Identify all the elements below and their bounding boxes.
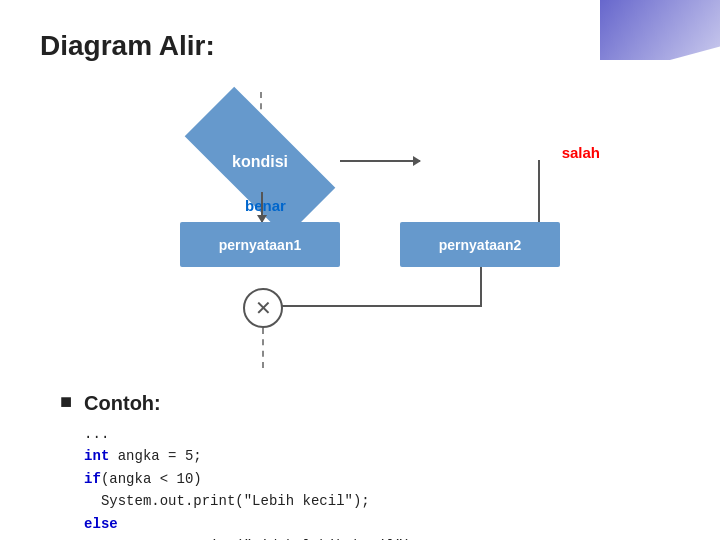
kondisi-label: kondisi <box>232 153 288 171</box>
benar-label: benar <box>245 197 286 214</box>
code-line-3: if(angka < 10) <box>84 471 202 487</box>
flowchart: kondisi salah benar pernyataan1 pernyata… <box>100 92 600 372</box>
example-content: Contoh: ... int angka = 5; if(angka < 10… <box>84 392 420 540</box>
arrow-p2-down <box>480 267 482 307</box>
pernyataan1-label: pernyataan1 <box>219 237 301 253</box>
arrow-right <box>340 160 420 162</box>
code-line-5: else <box>84 516 118 532</box>
pernyataan2-box: pernyataan2 <box>400 222 560 267</box>
example-section: ■ Contoh: ... int angka = 5; if(angka < … <box>40 392 680 540</box>
bullet-point: ■ <box>60 390 72 413</box>
code-line-2: int angka = 5; <box>84 448 202 464</box>
pernyataan1-box: pernyataan1 <box>180 222 340 267</box>
code-line-1: ... <box>84 426 109 442</box>
code-line-4: System.out.print("Lebih kecil"); <box>84 493 370 509</box>
dashed-line-bottom <box>262 328 264 368</box>
circle-junction: ✕ <box>243 288 283 328</box>
arrow-down-center <box>261 192 263 222</box>
salah-label: salah <box>562 144 600 161</box>
page-title: Diagram Alir: <box>40 30 680 62</box>
example-label: Contoh: <box>84 392 420 415</box>
code-block: ... int angka = 5; if(angka < 10) System… <box>84 423 420 540</box>
kondisi-diamond: kondisi <box>180 122 340 202</box>
arrow-p2-left <box>263 305 482 307</box>
main-content: Diagram Alir: kondisi salah benar pernya… <box>0 0 720 540</box>
pernyataan2-label: pernyataan2 <box>439 237 521 253</box>
